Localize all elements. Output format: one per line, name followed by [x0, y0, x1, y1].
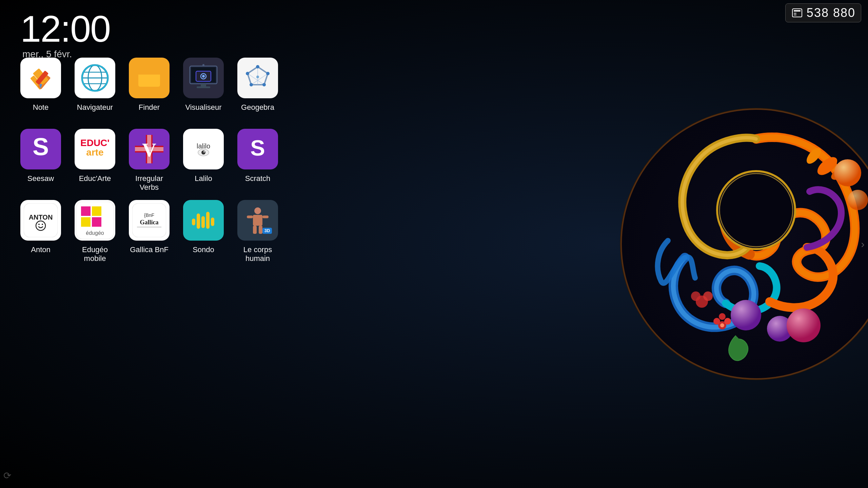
svg-text:EDUC': EDUC' — [80, 138, 110, 148]
app-item-gallica[interactable]: {BnF Gallica Gallica BnF — [125, 200, 173, 268]
svg-point-29 — [262, 83, 266, 86]
app-item-lalilo[interactable]: lalilo Lalilo — [180, 129, 227, 197]
clock-time: 12:00 — [20, 10, 110, 47]
svg-point-85 — [691, 291, 701, 301]
svg-rect-67 — [201, 216, 205, 228]
svg-point-31 — [246, 72, 249, 75]
app-label-corps: Le corps humain — [234, 245, 281, 263]
app-label-anton: Anton — [31, 245, 51, 254]
svg-point-98 — [713, 318, 720, 325]
svg-rect-2 — [794, 13, 796, 14]
svg-point-86 — [731, 300, 761, 330]
app-icon-irregular: V — [129, 129, 170, 169]
svg-point-46 — [203, 151, 205, 152]
svg-rect-72 — [253, 215, 262, 226]
app-item-visualiseur[interactable]: Visualiseur — [180, 58, 227, 125]
svg-rect-58 — [92, 217, 101, 227]
app-icon-anton: ANTON — [20, 200, 61, 241]
svg-point-27 — [256, 65, 259, 68]
score-value: 538 880 — [807, 6, 855, 20]
app-item-navigateur[interactable]: Navigateur — [71, 58, 119, 125]
svg-point-45 — [201, 150, 205, 155]
app-item-note[interactable]: Note — [17, 58, 64, 125]
app-label-lalilo: Lalilo — [195, 174, 212, 183]
app-label-sondo: Sondo — [193, 245, 214, 254]
svg-point-84 — [703, 291, 713, 301]
app-icon-navigateur — [75, 58, 115, 98]
app-label-seesaw: Seesaw — [27, 174, 54, 183]
svg-rect-56 — [92, 206, 101, 216]
app-item-seesaw[interactable]: S Seesaw — [17, 129, 64, 197]
app-label-note: Note — [33, 103, 48, 112]
svg-rect-75 — [253, 226, 257, 234]
app-icon-sondo — [183, 200, 224, 241]
app-item-scratch[interactable]: S Scratch — [234, 129, 281, 197]
svg-point-20 — [202, 75, 205, 78]
app-item-finder[interactable]: Finder — [125, 58, 173, 125]
svg-point-99 — [719, 313, 726, 320]
score-icon — [791, 7, 803, 19]
app-icon-gallica: {BnF Gallica — [129, 200, 170, 241]
app-item-geogebra[interactable]: Geogebra — [234, 58, 281, 125]
app-label-scratch: Scratch — [245, 174, 271, 183]
clock-area: 12:00 mer., 5 févr. — [20, 10, 110, 60]
app-label-visualiseur: Visualiseur — [185, 103, 221, 112]
app-item-edugeo[interactable]: édugéo Edugéo mobile — [71, 200, 119, 268]
app-label-geogebra: Geogebra — [241, 103, 274, 112]
decorative-circle — [617, 105, 868, 383]
right-edge-arrow: › — [861, 238, 865, 250]
app-label-finder: Finder — [139, 103, 160, 112]
app-icon-finder — [129, 58, 170, 98]
svg-rect-0 — [792, 9, 802, 17]
app-label-gallica: Gallica BnF — [130, 245, 169, 254]
svg-rect-3 — [794, 15, 796, 15]
svg-rect-21 — [201, 84, 206, 86]
svg-rect-74 — [262, 216, 269, 218]
bottom-left-icon: ⟳ — [3, 470, 11, 481]
svg-rect-76 — [259, 226, 262, 234]
svg-point-71 — [254, 207, 261, 214]
app-icon-edugeo: édugéo — [75, 200, 115, 241]
svg-rect-73 — [247, 216, 253, 218]
app-item-educarte[interactable]: EDUC' arte Educ'Arte — [71, 129, 119, 197]
app-icon-geogebra — [237, 58, 278, 98]
svg-rect-1 — [794, 10, 801, 12]
app-item-corps[interactable]: 3D Le corps humain — [234, 200, 281, 268]
svg-point-88 — [787, 308, 821, 342]
svg-text:S: S — [33, 136, 49, 160]
svg-rect-55 — [81, 206, 91, 216]
app-item-anton[interactable]: ANTON Anton — [17, 200, 64, 268]
app-label-edugeo: Edugéo mobile — [71, 245, 119, 263]
svg-point-17 — [202, 64, 204, 66]
svg-text:édugéo: édugéo — [86, 230, 104, 236]
app-label-irregular: Irregular Verbs — [125, 174, 173, 192]
svg-point-100 — [720, 323, 724, 327]
svg-text:lalilo: lalilo — [197, 142, 210, 150]
svg-point-28 — [266, 72, 270, 75]
svg-rect-66 — [197, 214, 200, 229]
app-icon-note — [20, 58, 61, 98]
svg-text:{BnF: {BnF — [144, 212, 154, 218]
svg-text:3D: 3D — [264, 228, 270, 233]
svg-rect-22 — [197, 86, 210, 88]
svg-text:ANTON: ANTON — [29, 214, 53, 221]
svg-point-52 — [38, 224, 40, 225]
app-icon-lalilo: lalilo — [183, 129, 224, 169]
app-icon-visualiseur — [183, 58, 224, 98]
app-label-navigateur: Navigateur — [77, 103, 113, 112]
svg-point-30 — [250, 83, 253, 86]
svg-rect-68 — [206, 212, 210, 229]
app-item-sondo[interactable]: Sondo — [180, 200, 227, 268]
app-icon-seesaw: S — [20, 129, 61, 169]
svg-point-53 — [42, 224, 43, 225]
app-grid: Note Navigateur Finder — [17, 58, 281, 268]
svg-point-89 — [834, 159, 861, 186]
app-icon-corps: 3D — [237, 200, 278, 241]
app-item-irregular[interactable]: V Irregular Verbs — [125, 129, 173, 197]
svg-rect-57 — [81, 217, 91, 227]
svg-text:S: S — [250, 136, 265, 160]
app-icon-educarte: EDUC' arte — [75, 129, 115, 169]
svg-text:Gallica: Gallica — [140, 219, 159, 226]
svg-point-97 — [724, 318, 731, 325]
app-icon-scratch: S — [237, 129, 278, 169]
